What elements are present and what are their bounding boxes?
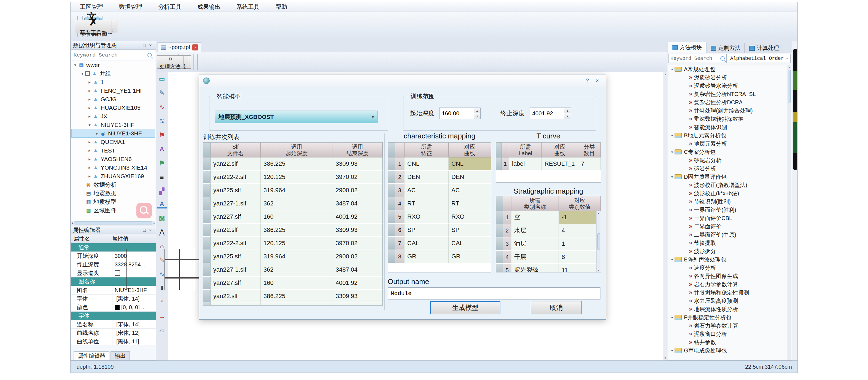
drawing-tool-button[interactable]: ∿ — [157, 102, 167, 112]
table-row[interactable]: yan22.slf 386.225 3309.93 — [204, 224, 382, 237]
column-header[interactable]: Slf文件名 — [211, 143, 261, 157]
end-depth-cell[interactable]: 2900.02 — [333, 184, 382, 197]
method-tree-item[interactable]: » 地层流体性质分析 — [668, 305, 787, 313]
class-value-cell[interactable]: 1 — [559, 237, 601, 251]
feature-cell[interactable]: DEN — [404, 171, 448, 184]
method-tree-item[interactable]: » 钻井参数 — [668, 338, 787, 346]
drawing-tool-button[interactable]: ⚑ — [157, 130, 167, 140]
table-row[interactable]: yan227.slf 160 4001.92 — [204, 210, 382, 224]
drawing-tool-button[interactable]: A — [157, 145, 167, 154]
row-handle[interactable] — [388, 224, 395, 237]
expander-icon[interactable]: ▸ — [87, 97, 92, 102]
table-row[interactable]: 1 空 -1 — [496, 211, 601, 224]
class-name-cell[interactable]: 空 — [512, 211, 559, 224]
document-tab[interactable]: ~porp.tpl × — [158, 42, 201, 52]
end-depth-cell[interactable]: 3309.93 — [333, 290, 382, 303]
row-handle[interactable] — [204, 263, 211, 276]
drawing-tool-button[interactable]: ▩ — [157, 213, 167, 223]
end-depth-cell[interactable]: 3970.02 — [333, 171, 382, 184]
row-handle[interactable] — [204, 197, 211, 210]
method-tree-item[interactable]: » 波形校正(指数增益法) — [668, 181, 787, 189]
method-tree-item[interactable]: » 一界面评价CBL — [668, 214, 787, 222]
column-header[interactable]: 适用结束深度 — [333, 143, 382, 157]
output-name-input[interactable] — [388, 287, 600, 299]
slf-file-cell[interactable]: yan227-1.slf — [211, 263, 261, 276]
method-tree-scrollbar[interactable]: ▴ — [787, 65, 791, 359]
method-tree-item[interactable]: ▾ » G声电成像处理包 — [668, 346, 787, 355]
slf-file-cell[interactable]: yan227.slf — [211, 210, 261, 224]
method-tree-item[interactable]: » 水力压裂高度预测 — [668, 297, 787, 305]
slf-file-cell[interactable]: yan222-2.slf — [211, 171, 261, 184]
method-tree-item[interactable]: » 节箍识别(胜利) — [668, 198, 787, 206]
drawing-tool-button[interactable]: ⋀ — [157, 227, 167, 237]
method-tree-item[interactable]: ▾ » C专家分析包 — [668, 148, 787, 156]
row-handle[interactable] — [388, 250, 395, 263]
tree-item[interactable]: ▾ ▲ NIUYE1-3HF — [71, 120, 155, 129]
table-row[interactable]: 5 泥岩裂缝 11 — [496, 264, 601, 272]
method-tree-item[interactable]: » 二界面评价 — [668, 222, 787, 231]
row-handle[interactable] — [204, 250, 211, 263]
spin-down-icon[interactable]: ▾ — [564, 113, 571, 119]
property-row[interactable]: 颜色 [0, 0, 0] .. — [71, 303, 156, 312]
start-depth-cell[interactable]: 319.964 — [261, 250, 333, 263]
column-header[interactable]: 所需特征 — [404, 143, 448, 157]
slf-file-cell[interactable]: yan222-2.slf — [211, 237, 261, 250]
column-header[interactable]: 分类数目 — [578, 143, 601, 157]
method-tree-item[interactable]: » 岩石力学参数计算 — [668, 280, 787, 288]
method-tree-item[interactable]: ▾ » F井眼稳定性分析包 — [668, 313, 787, 322]
row-handle[interactable] — [204, 171, 211, 184]
slf-file-cell[interactable]: yan227.slf — [211, 276, 261, 290]
property-row[interactable]: 显示道头 — [71, 269, 156, 277]
drawing-tool-button[interactable]: ≡ — [157, 173, 167, 182]
row-handle[interactable] — [204, 276, 211, 290]
property-row[interactable]: 开始深度 3000 — [71, 252, 156, 260]
slf-file-cell[interactable]: yan22.slf — [211, 224, 261, 237]
end-depth-cell[interactable]: 4001.92 — [333, 210, 382, 224]
end-depth-cell[interactable]: 2900.02 — [333, 250, 382, 263]
generate-model-button[interactable]: 生成模型 — [430, 301, 500, 314]
menu-item[interactable]: 成果输出 — [197, 3, 220, 11]
close-panel-icon[interactable]: × — [148, 227, 154, 233]
expander-icon[interactable]: ▸ — [87, 157, 92, 162]
property-row[interactable]: 图名 NIUYE1-3HF — [71, 286, 156, 294]
expander-icon[interactable]: ▸ — [87, 114, 92, 119]
curve-cell[interactable]: RT — [448, 197, 491, 210]
start-depth-cell[interactable]: 319.964 — [261, 184, 333, 197]
start-depth-cell[interactable]: 160 — [261, 276, 333, 290]
method-panel-tab[interactable]: 计算处理 — [745, 43, 783, 53]
end-depth-cell[interactable]: 3487.04 — [333, 197, 382, 210]
property-row[interactable]: 字体 [黑体, 14] — [71, 294, 156, 303]
curve-cell[interactable]: RESULT_1 — [542, 157, 578, 171]
curve-cell[interactable]: DEN — [448, 171, 491, 184]
dock-tab[interactable]: 输出 — [111, 351, 130, 360]
row-handle[interactable] — [204, 303, 211, 305]
table-row[interactable]: yan222-2.slf 120.125 3970.02 — [204, 237, 382, 250]
column-header[interactable]: 适用起始深度 — [261, 143, 333, 157]
method-tree-item[interactable]: » 井斜处理(斜井综合处理) — [668, 107, 787, 115]
table-row[interactable]: yan222-2.slf 120.125 3970.02 — [204, 303, 382, 305]
expander-icon[interactable]: ▸ — [94, 131, 100, 136]
help-button[interactable]: ? — [582, 77, 592, 85]
method-tree-item[interactable]: ▾ » E阵列声波处理包 — [668, 255, 787, 264]
method-tree-item[interactable]: » 复杂岩性分析DCRA — [668, 98, 787, 107]
start-depth-input[interactable] — [439, 108, 474, 119]
row-handle[interactable] — [204, 184, 211, 197]
column-header[interactable]: 所需类别名称 — [512, 196, 559, 211]
class-name-cell[interactable]: 水层 — [512, 224, 559, 237]
table-row[interactable]: 6 SP SP — [388, 224, 491, 237]
slf-file-cell[interactable]: yan22.slf — [211, 290, 261, 303]
table-row[interactable]: yan22.slf 386.225 3309.93 — [204, 157, 382, 171]
feature-cell[interactable]: CNL — [404, 157, 448, 171]
label-cell[interactable]: label — [509, 157, 542, 171]
property-value[interactable] — [112, 269, 156, 277]
dialog-title-bar[interactable]: ? × — [199, 75, 606, 87]
expander-icon[interactable]: ▸ — [87, 148, 92, 153]
method-tree-item[interactable]: » 泥质砂岩分析 — [668, 74, 787, 82]
property-value[interactable]: [宋体, 14] — [112, 320, 156, 328]
start-depth-cell[interactable]: 386.225 — [261, 290, 333, 303]
property-value[interactable]: 3000 — [112, 252, 156, 260]
row-handle[interactable] — [388, 197, 395, 210]
method-tree-item[interactable]: » 岩石力学参数计算 — [668, 322, 787, 330]
end-depth-cell[interactable]: 3970.02 — [333, 303, 382, 305]
column-header[interactable]: 所需Label — [509, 143, 542, 157]
